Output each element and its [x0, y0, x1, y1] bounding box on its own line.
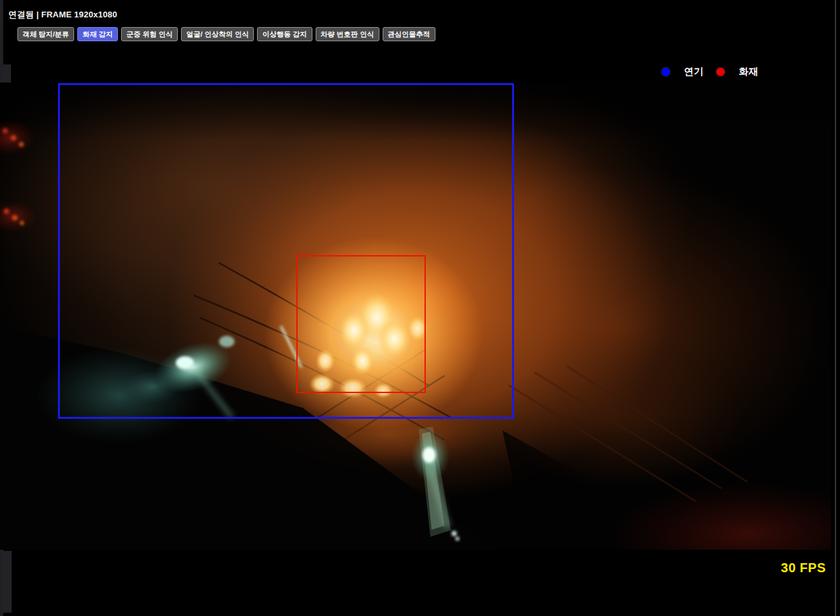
window-left-gap-top — [3, 64, 11, 82]
connection-status-title: 연결됨 | FRAME 1920x1080 — [8, 9, 117, 21]
window-left-gap-bottom — [2, 551, 12, 613]
mode-tabbar: 객체 탐지/분류 화재 감지 군중 위험 인식 얼굴/ 인상착의 인식 이상행동… — [17, 27, 435, 41]
video-frame — [0, 82, 831, 550]
fire-bbox — [296, 255, 426, 393]
fps-label: 30 FPS — [781, 561, 826, 575]
detection-overlay-layer — [0, 82, 831, 550]
tab-crowd-risk[interactable]: 군중 위험 인식 — [121, 27, 178, 41]
smoke-bbox — [58, 83, 514, 419]
smoke-legend-label: 연기 — [684, 66, 703, 78]
window-right-border — [835, 0, 836, 616]
detection-legend: 연기 화재 — [660, 66, 758, 78]
fire-legend-label: 화재 — [739, 66, 758, 78]
tab-object-detection[interactable]: 객체 탐지/분류 — [17, 27, 74, 41]
smoke-legend-dot-icon — [660, 66, 671, 77]
tab-person-tracking[interactable]: 관심인물추적 — [383, 27, 435, 41]
tab-abnormal-behavior[interactable]: 이상행동 감지 — [257, 27, 312, 41]
tab-license-plate[interactable]: 차량 번호판 인식 — [316, 27, 379, 41]
legend-item-smoke: 연기 — [660, 66, 703, 78]
fire-legend-dot-icon — [715, 66, 726, 77]
legend-item-fire: 화재 — [715, 66, 758, 78]
tab-face-appearance[interactable]: 얼굴/ 인상착의 인식 — [181, 27, 254, 41]
tab-fire-detection[interactable]: 화재 감지 — [77, 27, 118, 41]
